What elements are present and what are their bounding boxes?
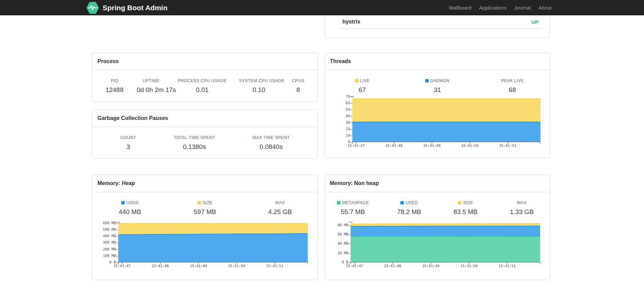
- stat-live: LIVE67: [325, 78, 400, 94]
- legend-color-swatch-icon: [458, 201, 461, 204]
- process-card-title: Process: [97, 58, 119, 64]
- stat-process-cpu-usage: PROCESS CPU USAGE0.01: [165, 78, 239, 94]
- application-name: hystrix: [342, 19, 360, 25]
- memory-heap-card: Memory: Heap USED440 MBSIZE597 MBMAX4.25…: [92, 174, 318, 280]
- stat-label: CPUS: [279, 78, 318, 83]
- application-row-hystrix[interactable]: hystrix UP: [339, 15, 542, 29]
- process-stats: PID12488UPTIME0d 0h 2m 17sPROCESS CPU US…: [92, 70, 318, 94]
- threads-card: Threads LIVE67DAEMON31PEAK LIVE68 706050…: [324, 52, 550, 158]
- legend-color-swatch-icon: [355, 79, 358, 82]
- stat-size: SIZE597 MB: [167, 200, 242, 216]
- stat-label: LIVE: [325, 78, 400, 83]
- stat-value: 4.25 GB: [243, 208, 318, 216]
- legend-color-swatch-icon: [121, 201, 125, 204]
- stat-value: 0.10: [239, 86, 279, 94]
- stat-value: 68: [475, 86, 550, 94]
- application-status-badge: UP: [531, 19, 538, 25]
- stat-label: DAEMON: [400, 78, 475, 83]
- memory-nonheap-chart-y-axis: 80 MB60 MB40 MB20 MB0 B: [325, 222, 348, 262]
- memory-nonheap-card: Memory: Non heap METASPACE55.7 MBUSED78.…: [324, 174, 550, 280]
- stat-label: PID: [92, 78, 137, 83]
- threads-chart-x-axis: 15:41:4715:41:4815:41:4915:41:5015:41:51: [352, 143, 540, 148]
- stat-label: UPTIME: [137, 78, 165, 83]
- nav-links: Wallboard Applications Journal About: [445, 0, 555, 15]
- stat-used: USED78.2 MB: [381, 200, 437, 216]
- stat-total-time-spent: TOTAL TIME SPENT0.1380s: [164, 135, 225, 151]
- brand-title: Spring Boot Admin: [103, 4, 168, 12]
- threads-chart-y-axis: 706050403020100: [325, 96, 350, 142]
- stat-value: 440 MB: [92, 208, 167, 216]
- legend-color-swatch-icon: [337, 201, 340, 204]
- process-card-header: Process: [92, 53, 318, 70]
- memory-heap-chart-x-axis: 15:41:4715:41:4815:41:4915:41:5015:41:51: [118, 264, 308, 268]
- nav-item-about[interactable]: About: [535, 5, 555, 11]
- threads-legend: LIVE67DAEMON31PEAK LIVE68: [325, 70, 550, 94]
- stat-value: 31: [400, 86, 475, 94]
- stat-value: 0.1380s: [164, 143, 225, 151]
- process-card: Process PID12488UPTIME0d 0h 2m 17sPROCES…: [92, 52, 318, 102]
- stat-label: USED: [92, 200, 167, 205]
- stat-max: MAX1.33 GB: [494, 200, 550, 216]
- stat-label: MAX: [243, 200, 318, 205]
- threads-card-title: Threads: [330, 58, 351, 64]
- legend-color-swatch-icon: [425, 79, 429, 82]
- stat-count: COUNT3: [92, 135, 164, 151]
- gc-pauses-card: Garbage Collection Pauses COUNT3TOTAL TI…: [92, 109, 318, 158]
- navbar: Spring Boot Admin Wallboard Applications…: [0, 0, 644, 15]
- nav-item-applications[interactable]: Applications: [475, 5, 510, 11]
- threads-chart-plot: [352, 96, 540, 142]
- legend-color-swatch-icon: [400, 201, 404, 204]
- page: Spring Boot Admin Wallboard Applications…: [0, 0, 644, 304]
- gc-pauses-card-title: Garbage Collection Pauses: [97, 115, 168, 121]
- memory-nonheap-chart-plot: [351, 222, 540, 262]
- stat-value: 0d 0h 2m 17s: [137, 86, 165, 94]
- stat-value: 0.01: [165, 86, 239, 94]
- stat-label: MAX: [494, 200, 550, 205]
- stat-value: 0.0840s: [225, 143, 318, 151]
- memory-heap-card-title: Memory: Heap: [97, 180, 135, 186]
- stat-uptime: UPTIME0d 0h 2m 17s: [137, 78, 165, 94]
- stat-label: MAX TIME SPENT: [225, 135, 318, 140]
- stat-max-time-spent: MAX TIME SPENT0.0840s: [225, 135, 318, 151]
- stat-system-cpu-usage: SYSTEM CPU USAGE0.10: [239, 78, 279, 94]
- stat-value: 3: [92, 143, 164, 151]
- memory-nonheap-legend: METASPACE55.7 MBUSED78.2 MBSIZE83.5 MBMA…: [325, 192, 550, 216]
- stat-peak-live: PEAK LIVE68: [475, 78, 550, 94]
- spring-boot-admin-logo-icon: [86, 1, 99, 15]
- stat-label: METASPACE: [325, 200, 381, 205]
- application-status-card: hystrix UP: [324, 15, 550, 38]
- stat-value: 8: [279, 86, 318, 94]
- memory-nonheap-chart: 80 MB60 MB40 MB20 MB0 B 15:41:4715:41:48…: [325, 222, 550, 262]
- memory-heap-chart-plot: [118, 222, 308, 262]
- stat-used: USED440 MB: [92, 200, 167, 216]
- memory-nonheap-card-title: Memory: Non heap: [330, 180, 379, 186]
- stat-value: 1.33 GB: [494, 208, 550, 216]
- stat-label: USED: [381, 200, 437, 205]
- threads-chart: 706050403020100 15:41:4715:41:4815:41:49…: [325, 96, 550, 142]
- memory-heap-card-header: Memory: Heap: [92, 175, 318, 192]
- legend-color-swatch-icon: [198, 201, 201, 204]
- stat-label: COUNT: [92, 135, 164, 140]
- stat-value: 12488: [92, 86, 137, 94]
- stat-value: 597 MB: [167, 208, 242, 216]
- stat-label: PEAK LIVE: [475, 78, 550, 83]
- stat-pid: PID12488: [92, 78, 137, 94]
- stat-value: 67: [325, 86, 400, 94]
- gc-pauses-card-header: Garbage Collection Pauses: [92, 110, 318, 127]
- brand-link[interactable]: Spring Boot Admin: [86, 0, 168, 15]
- stat-label: PROCESS CPU USAGE: [165, 78, 239, 83]
- nav-item-journal[interactable]: Journal: [510, 5, 535, 11]
- stat-label: TOTAL TIME SPENT: [164, 135, 225, 140]
- gc-pauses-stats: COUNT3TOTAL TIME SPENT0.1380sMAX TIME SP…: [92, 127, 318, 151]
- stat-value: 78.2 MB: [381, 208, 437, 216]
- memory-heap-chart-y-axis: 600 MB500 MB400 MB300 MB200 MB100 MB0 B: [92, 222, 116, 262]
- memory-heap-chart: 600 MB500 MB400 MB300 MB200 MB100 MB0 B …: [92, 222, 318, 262]
- stat-daemon: DAEMON31: [400, 78, 475, 94]
- stat-value: 83.5 MB: [438, 208, 494, 216]
- nav-item-wallboard[interactable]: Wallboard: [445, 5, 475, 11]
- threads-card-header: Threads: [325, 53, 550, 70]
- memory-nonheap-card-header: Memory: Non heap: [325, 175, 550, 192]
- stat-label: SIZE: [167, 200, 242, 205]
- stat-size: SIZE83.5 MB: [438, 200, 494, 216]
- stat-value: 55.7 MB: [325, 208, 381, 216]
